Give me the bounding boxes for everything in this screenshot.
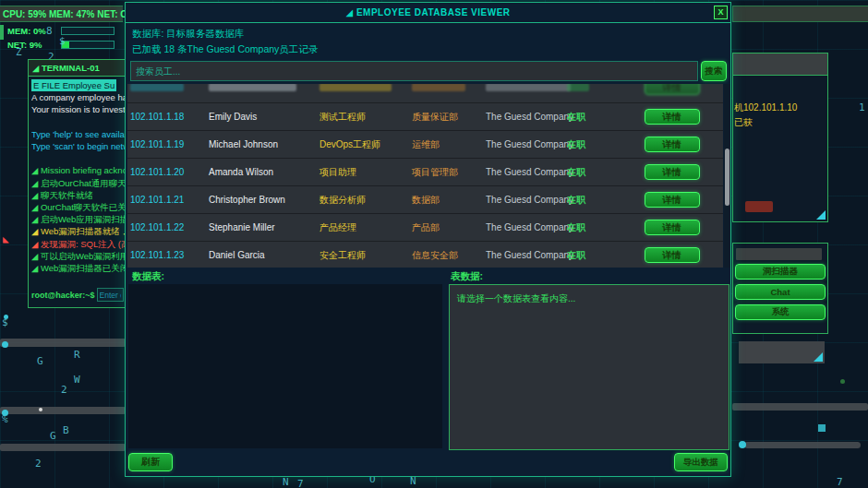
tables-list-panel[interactable] — [128, 284, 442, 448]
terminal-line: ◢ Mission briefing acknow — [31, 164, 126, 176]
employee-ip: 102.101.1.19 — [130, 139, 209, 149]
tables-label: 数据表: — [132, 270, 164, 283]
modal-titlebar[interactable]: ◢ EMPLOYEE DATABASE VIEWER X — [126, 3, 730, 23]
resize-handle-icon — [816, 210, 826, 220]
terminal-titlebar[interactable]: ◢ TERMINAL-01 — [29, 60, 126, 77]
table-row: 102.101.1.23Daniel Garcia安全工程师信息安全部The G… — [127, 242, 723, 268]
employee-status: 在职 — [567, 138, 621, 151]
decor-dot — [2, 410, 8, 416]
employee-position: DevOps工程师 — [319, 138, 412, 151]
employee-department: 信息安全部 — [412, 249, 486, 262]
details-button[interactable]: 详情 — [645, 137, 700, 152]
employee-database-viewer-window: ◢ EMPLOYEE DATABASE VIEWER X 数据库: 目标服务器数… — [125, 2, 731, 477]
employee-company: The Guesd Company — [486, 195, 567, 205]
decor-dot — [2, 341, 8, 348]
employee-name: Stephanie Miller — [209, 222, 319, 232]
table-row: 102.101.1.20Amanda Wilson项目助理项目管理部The Gu… — [127, 159, 723, 186]
employee-name: Christopher Brown — [209, 195, 319, 205]
right-tools-window: 洞扫描器Chat系统 — [732, 243, 828, 334]
employee-department: 产品部 — [412, 221, 486, 234]
terminal-line: ◢ Web漏洞扫描器已关闭 — [31, 262, 126, 274]
employee-ip: 102.101.1.18 — [130, 112, 209, 122]
export-data-button[interactable]: 导出数据 — [674, 453, 728, 471]
table-row: 102.101.1.18Emily Davis测试工程师质量保证部The Gue… — [127, 103, 723, 131]
table-row: 102.101.1.19Michael JohnsonDevOps工程师运维部T… — [127, 131, 723, 159]
net-label: NET: 9% — [7, 40, 61, 50]
background-window-fragment — [739, 341, 825, 363]
employee-position: 数据分析师 — [319, 194, 412, 207]
employee-name: Daniel Garcia — [209, 250, 319, 260]
details-button[interactable]: 详情 — [645, 220, 700, 235]
mem-label: MEM: 0% — [7, 26, 61, 36]
employee-company: The Guesd Company — [486, 222, 567, 232]
right-window-titlebar — [732, 53, 828, 76]
terminal-command-input[interactable] — [97, 288, 124, 302]
employee-company: The Guesd Company — [486, 167, 567, 177]
details-button[interactable]: 详情 — [645, 247, 700, 263]
terminal-line: ◢ 可以启动Web漏洞利用工 — [31, 250, 126, 262]
terminal-line: E FILE Employee Su — [31, 79, 116, 91]
table-data-panel: 请选择一个数据表查看内容... — [449, 284, 729, 450]
employee-department: 质量保证部 — [412, 111, 486, 124]
employee-position: 安全工程师 — [319, 249, 412, 262]
employee-name: Amanda Wilson — [209, 167, 319, 177]
details-button[interactable]: 详情 — [645, 109, 700, 125]
right-host-window: 机102.101.1.10 已获 — [732, 75, 828, 222]
terminal-line: ◢ Web漏洞扫描器就绪，输入 — [31, 225, 126, 237]
table-scrollbar-thumb[interactable] — [725, 149, 729, 206]
net-progress-bar — [61, 41, 115, 49]
terminal-prompt-row: root@hacker:~$ — [31, 288, 124, 302]
employee-ip: 102.101.1.23 — [130, 250, 209, 260]
details-button[interactable]: 详情 — [645, 164, 700, 180]
employee-position: 测试工程师 — [319, 111, 412, 124]
tool-button[interactable]: Chat — [735, 284, 826, 300]
terminal-line: ◢ 启动OurChat通用聊天软 — [31, 177, 126, 189]
tool-button[interactable]: 洞扫描器 — [735, 264, 826, 280]
terminal-output: E FILE Employee SuA company employee has… — [29, 77, 126, 274]
terminal-line: Your mission is to investig — [31, 103, 126, 115]
background-window-fragment — [0, 444, 126, 451]
tool-input-fragment[interactable] — [736, 248, 822, 260]
terminal-line — [31, 152, 126, 164]
employee-status: 在职 — [567, 166, 621, 179]
tool-button[interactable]: 系统 — [735, 304, 826, 320]
close-button[interactable]: X — [714, 6, 728, 19]
system-status-bar-fragment — [732, 6, 868, 22]
table-row-partial: 详情 — [127, 84, 723, 103]
refresh-button[interactable]: 刷新 — [128, 453, 173, 471]
background-window-fragment — [732, 403, 868, 411]
employee-name: Emily Davis — [209, 112, 319, 122]
disconnect-button-fragment[interactable] — [745, 201, 773, 212]
details-button[interactable]: 详情 — [645, 192, 700, 208]
details-button[interactable]: 详情 — [645, 84, 700, 95]
employee-department: 运维部 — [412, 138, 486, 151]
employee-position: 产品经理 — [319, 221, 412, 234]
employee-department: 项目管理部 — [412, 166, 486, 179]
database-info-text: 数据库: 目标服务器数据库 — [132, 28, 244, 41]
employee-ip: 102.101.1.22 — [130, 222, 209, 232]
employee-status: 在职 — [567, 194, 621, 207]
search-input[interactable] — [130, 61, 698, 81]
terminal-line: ◢ OurChat聊天软件已关闭 — [31, 201, 126, 213]
background-window-fragment — [0, 339, 126, 347]
host-status-text: 已获 — [734, 116, 753, 129]
table-row: 102.101.1.22Stephanie Miller产品经理产品部The G… — [127, 214, 723, 242]
mem-progress-bar — [61, 27, 115, 35]
search-bar: 搜索 — [130, 61, 727, 81]
resource-monitor: MEM: 0% NET: 9% — [7, 24, 126, 52]
employee-table: 详情 102.101.1.18Emily Davis测试工程师质量保证部The … — [127, 84, 723, 268]
desktop: CPU: 59% MEM: 47% NET: ONLINE MEM: 0% NE… — [0, 0, 868, 488]
terminal-line: Type 'scan' to begin netw — [31, 140, 126, 152]
resize-handle-icon — [814, 352, 823, 362]
terminal-line: Type 'help' to see availab — [31, 128, 126, 140]
background-progress-bar — [744, 442, 861, 448]
decor-dot — [39, 408, 42, 411]
search-button[interactable]: 搜索 — [701, 61, 727, 81]
decor-dot — [840, 379, 845, 384]
employee-status: 在职 — [567, 111, 621, 124]
employee-company: The Guesd Company — [486, 139, 567, 149]
employee-company: The Guesd Company — [486, 112, 567, 122]
terminal-line: ◢ 启动Web应用漏洞扫描器 — [31, 213, 126, 225]
terminal-prompt: root@hacker:~$ — [31, 291, 95, 300]
table-data-label: 表数据: — [451, 270, 483, 283]
